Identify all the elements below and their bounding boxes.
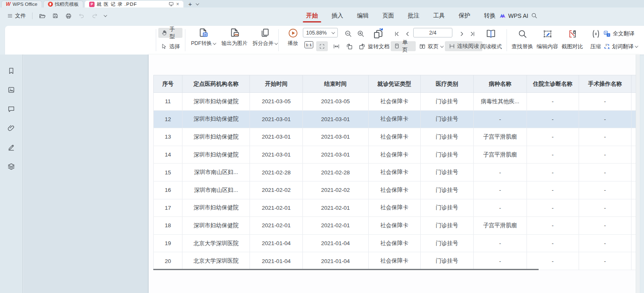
zoom-in-icon — [357, 30, 365, 38]
table-cell: - — [474, 110, 527, 128]
new-tab-button[interactable]: + — [186, 0, 194, 7]
screenshot-compare-icon-button[interactable] — [564, 28, 581, 40]
edit-content-icon-button[interactable] — [539, 28, 556, 40]
redo-button[interactable] — [90, 12, 99, 20]
pdf-convert-icon: W — [198, 27, 209, 39]
divider — [507, 29, 507, 51]
compress-button[interactable]: 压缩 — [587, 41, 604, 52]
single-page-button[interactable]: 单页 — [391, 41, 416, 51]
table-cell: 子宫平滑肌瘤 — [474, 217, 527, 235]
column-header: 手术操作名称 — [579, 75, 631, 93]
file-menu-button[interactable]: 文件 — [6, 11, 27, 20]
compress-icon — [591, 29, 601, 39]
comments-panel-button[interactable] — [6, 104, 17, 114]
rotate-document-button[interactable]: 旋转文档 — [366, 41, 392, 52]
select-tool-label: 选择 — [169, 43, 180, 50]
find-replace-icon-button[interactable] — [514, 28, 531, 40]
docer-icon — [48, 2, 53, 7]
table-cell: 子宫平滑肌瘤 — [474, 146, 527, 164]
pdf-convert-button[interactable]: W PDF转换 — [187, 27, 219, 52]
table-cell: 2021-03-05 — [250, 93, 303, 111]
find-replace-button[interactable]: 查找替换 — [510, 41, 535, 52]
hand-tool-button[interactable]: 手型 — [158, 28, 182, 38]
navigation-panel[interactable] — [23, 55, 149, 293]
menu-convert[interactable]: 转换 — [483, 8, 497, 23]
table-cell: 深圳市妇幼保健院 — [182, 93, 250, 111]
zoom-value: 105.88% — [306, 30, 327, 36]
chevron-down-icon — [440, 44, 444, 47]
page-number-input[interactable]: 2/4 — [413, 28, 452, 37]
actual-size-button[interactable]: 1:1 — [305, 41, 313, 48]
word-translate-button[interactable]: 文A 划词翻译 — [603, 41, 644, 52]
open-file-button[interactable] — [37, 12, 47, 20]
svg-text:W: W — [204, 33, 207, 36]
close-tab-icon[interactable]: × — [176, 2, 179, 7]
layers-panel-button[interactable] — [6, 161, 17, 172]
screenshot-compare-button[interactable]: 截图对比 — [560, 41, 585, 52]
wps-ai-label: WPS AI — [508, 12, 528, 19]
fit-page-button[interactable] — [316, 41, 328, 51]
select-tool-button[interactable]: 选择 — [159, 41, 182, 52]
split-merge-label: 拆分合并 — [253, 40, 274, 47]
full-translate-button[interactable]: A文 全文翻译 — [603, 28, 642, 40]
menu-edit[interactable]: 编辑 — [356, 8, 369, 23]
zoom-level-input[interactable]: 105.88% — [303, 28, 338, 37]
menu-annotate[interactable]: 批注 — [407, 8, 420, 23]
attachments-panel-button[interactable] — [6, 123, 17, 134]
split-merge-button[interactable]: 拆分合并 — [250, 27, 280, 52]
column-header: 序号 — [154, 75, 182, 93]
rotate-left-button[interactable] — [344, 41, 355, 52]
pdf-page[interactable]: 序号定点医药机构名称开始时间结束时间就诊凭证类型医疗类别病种名称住院主诊断名称手… — [149, 55, 640, 293]
menu-page[interactable]: 页面 — [382, 8, 395, 23]
read-mode-icon-button[interactable] — [483, 28, 498, 40]
compress-icon-button[interactable] — [587, 28, 604, 40]
zoom-in-button[interactable] — [355, 28, 367, 40]
thumbnails-panel-button[interactable] — [6, 84, 17, 95]
table-cell: 社会保障卡 — [368, 181, 420, 199]
column-header: 住院主诊断名称 — [527, 75, 579, 93]
hand-icon — [161, 30, 167, 36]
save-button[interactable] — [51, 12, 60, 20]
table-cell: - — [527, 146, 579, 164]
bookmarks-panel-button[interactable] — [6, 65, 17, 76]
menu-tools[interactable]: 工具 — [432, 8, 446, 23]
table-cell: 13 — [154, 128, 182, 146]
read-mode-button[interactable]: 阅读模式 — [478, 41, 504, 52]
tab-document-pdf[interactable]: P 就 医 记 录 .PDF × — [85, 0, 184, 7]
monitor-icon[interactable] — [168, 1, 174, 7]
first-page-button[interactable] — [392, 28, 402, 40]
table-cell: 2021-02-28 — [303, 164, 368, 181]
rotate-document-icon-button[interactable] — [370, 28, 387, 40]
previous-page-button[interactable] — [402, 28, 412, 40]
continuous-read-button[interactable]: 连续阅读 — [445, 41, 482, 51]
play-button[interactable]: 播放 — [282, 27, 304, 52]
last-page-button[interactable] — [467, 28, 477, 40]
divider — [278, 29, 279, 51]
table-bottom-border — [153, 269, 539, 270]
print-button[interactable] — [64, 12, 73, 20]
table-cell: 社会保障卡 — [368, 164, 420, 181]
table-cell: - — [579, 217, 631, 235]
zoom-out-button[interactable] — [342, 28, 354, 40]
menu-insert[interactable]: 插入 — [331, 8, 344, 23]
rotate-left-icon — [346, 43, 353, 50]
fit-page-icon — [319, 43, 325, 50]
search-icon[interactable] — [531, 12, 538, 19]
fit-width-button[interactable] — [330, 41, 342, 52]
signature-panel-button[interactable] — [6, 142, 17, 153]
wps-ai-button[interactable]: WPS AI — [499, 7, 528, 24]
tab-list-chevron-icon[interactable] — [194, 0, 201, 7]
tab-docer-templates[interactable]: 找稻壳模板 — [43, 0, 84, 7]
double-page-button[interactable]: 双页 — [417, 41, 445, 52]
next-page-button[interactable] — [457, 28, 467, 40]
quickbar-chevron-icon[interactable] — [103, 14, 108, 18]
undo-button[interactable] — [77, 12, 86, 20]
vertical-scrollbar[interactable] — [636, 55, 640, 293]
export-image-button[interactable]: 输出为图片 — [219, 27, 250, 52]
menu-protect[interactable]: 保护 — [458, 8, 471, 23]
pdf-convert-label: PDF转换 — [191, 40, 212, 47]
tab-wps-office[interactable]: W WPS Office — [1, 0, 42, 7]
menu-home[interactable]: 开始 — [305, 8, 319, 23]
comment-icon — [7, 105, 15, 113]
edit-content-button[interactable]: 编辑内容 — [535, 41, 560, 52]
